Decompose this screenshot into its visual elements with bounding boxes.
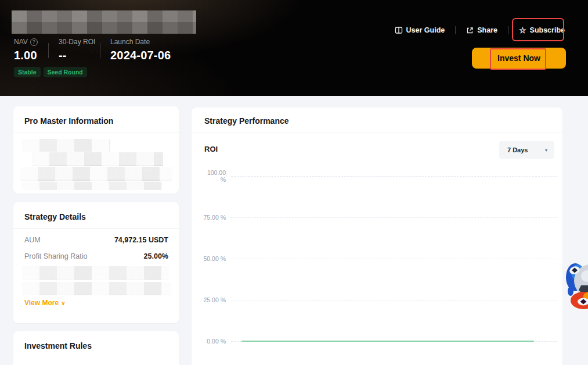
strategy-performance-title: Strategy Performance [192,108,562,132]
stat-launch-date-value: 2024-07-06 [110,49,171,62]
stat-divider [48,43,49,58]
stat-30d-roi-label: 30-Day ROI [59,38,95,46]
gridline-row: 50.00 % [200,255,557,263]
promo-mascot-widget[interactable] [566,257,588,311]
redacted-content [22,139,110,152]
divider [508,26,508,34]
divider [13,133,179,133]
stat-nav-value: 1.00 [14,49,38,62]
tag-seed-round: Seed Round [44,67,87,77]
stat-30d-roi: 30-Day ROI -- [59,37,95,62]
divider [455,26,456,34]
chevron-down-icon: ∨ [61,300,65,306]
pro-master-title: Pro Master Information [13,106,179,133]
share-link[interactable]: Share [466,26,497,34]
time-range-dropdown[interactable]: 7 Days ▾ [499,141,554,159]
aum-value: 74,972.15 USDT [114,236,168,244]
profit-sharing-label: Profit Sharing Ratio [24,252,87,260]
view-more-link[interactable]: View More ∨ [24,299,65,307]
strategy-details-title: Strategy Details [13,202,179,228]
redacted-content [22,282,171,295]
redacted-content [22,266,169,280]
detail-row-profit-sharing: Profit Sharing Ratio 25.00% [24,252,168,260]
gridline-row: 100.00 % [200,172,557,180]
gridline-row: 25.00 % [200,296,557,304]
subscribe-button[interactable]: ☆ Subscribe [519,26,565,34]
user-guide-link[interactable]: User Guide [395,26,445,34]
star-icon: ☆ [519,26,526,34]
share-label: Share [477,26,497,34]
gridline-row: 75.00 % [200,213,557,221]
invest-now-button[interactable]: Invest Now [472,48,566,69]
gridline [231,259,557,259]
detail-row-aum: AUM 74,972.15 USDT [24,236,168,244]
user-guide-label: User Guide [406,26,445,34]
view-more-label: View More [24,299,59,307]
redacted-content [22,182,163,190]
tag-row: Stable Seed Round [14,67,87,77]
strategy-details-card: Strategy Details AUM 74,972.15 USDT Prof… [13,202,179,323]
investment-rules-title: Investment Rules [13,331,179,357]
subscribe-label: Subscribe [530,26,565,34]
redacted-content [32,152,163,166]
y-tick-label: 0.00 % [200,338,226,345]
investment-rules-card: Investment Rules [13,331,179,365]
tag-stable: Stable [14,67,41,77]
pro-master-information-card: Pro Master Information [13,106,179,194]
user-guide-icon [395,26,403,34]
stat-launch-date: Launch Date 2024-07-06 [110,37,171,62]
aum-label: AUM [24,236,41,244]
redacted-content [20,167,172,181]
hero-header: NAV ? 1.00 30-Day ROI -- Launch Date 202… [0,0,588,96]
time-range-value: 7 Days [507,146,528,153]
soccer-ball-mascot-icon [566,257,588,311]
gridline [231,176,557,177]
stat-nav: NAV ? 1.00 [14,37,38,62]
y-tick-label: 100.00 % [200,169,226,183]
divider [192,132,562,133]
stat-30d-roi-value: -- [59,49,95,62]
y-tick-label: 50.00 % [200,255,226,262]
roi-series-line [241,341,534,342]
roi-metric-label: ROI [204,145,218,153]
stat-nav-label: NAV [14,38,28,46]
share-icon [466,27,474,34]
divider [13,228,179,229]
y-tick-label: 75.00 % [200,214,226,221]
profit-sharing-value: 25.00% [144,252,168,260]
gridline [231,300,557,300]
gridline [231,217,557,218]
stat-launch-date-label: Launch Date [110,38,150,46]
strategy-title-redacted [12,10,196,34]
caret-down-icon: ▾ [545,148,547,153]
strategy-performance-card: Strategy Performance ROI 7 Days ▾ 100.00… [192,108,562,365]
help-icon[interactable]: ? [30,38,38,46]
stat-divider [100,43,100,58]
hero-actions: User Guide Share ☆ Subscribe [395,26,565,34]
y-tick-label: 25.00 % [200,296,226,303]
